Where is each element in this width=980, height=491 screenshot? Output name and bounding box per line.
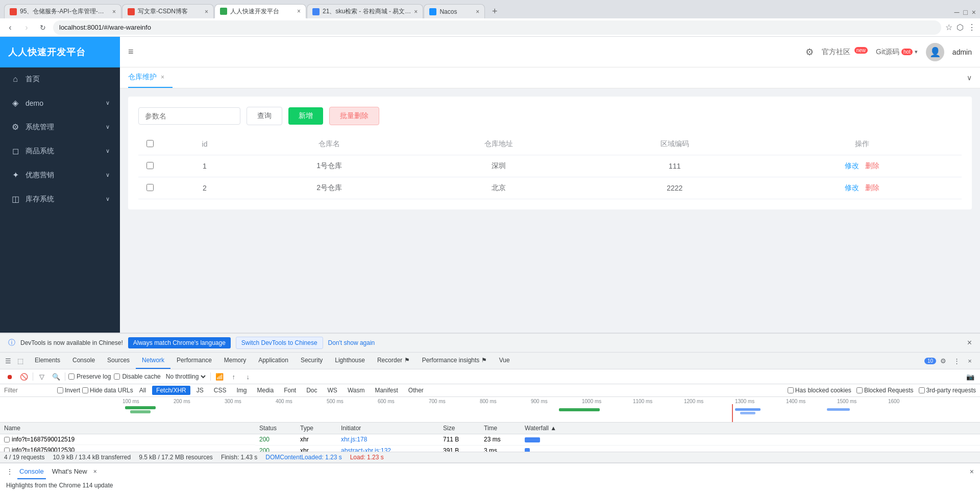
browser-tab-3[interactable]: 人人快速开发平台 × [214, 4, 306, 18]
search-toggle-btn[interactable]: 🔍 [51, 371, 62, 382]
record-btn[interactable]: ⏺ [4, 371, 15, 382]
tab-sources[interactable]: Sources [101, 353, 136, 369]
blocked-requests-checkbox[interactable] [856, 387, 863, 393]
browser-tab-5[interactable]: Nacos × [424, 4, 485, 18]
tab-vue[interactable]: Vue [493, 353, 516, 369]
hide-data-checkbox[interactable] [82, 387, 88, 393]
sidebar-item-promotions[interactable]: ✦ 优惠营销 ∨ [0, 163, 120, 187]
console-menu-icon[interactable]: ⋮ [6, 467, 13, 476]
has-blocked-checkbox[interactable] [788, 387, 794, 393]
row1-checkbox[interactable] [146, 162, 154, 169]
sidebar-item-warehouse[interactable]: ◫ 库存系统 ∨ [0, 187, 120, 211]
tab-elements[interactable]: Elements [29, 353, 66, 369]
has-blocked-label[interactable]: Has blocked cookies [788, 387, 851, 394]
tab2-close[interactable]: × [205, 8, 208, 15]
third-party-checkbox[interactable] [919, 387, 925, 393]
row2-checkbox[interactable] [146, 184, 154, 191]
add-btn[interactable]: 新增 [288, 107, 323, 125]
always-match-btn[interactable]: Always match Chrome's language [128, 337, 231, 348]
reload-btn[interactable]: ↻ [37, 21, 49, 34]
devtools-more-icon[interactable]: ⋮ [950, 355, 963, 367]
page-tab-close[interactable]: × [161, 74, 164, 81]
tab-recorder[interactable]: Recorder ⚑ [371, 353, 416, 369]
close-window-btn[interactable]: × [972, 8, 976, 16]
maximize-btn[interactable]: □ [963, 8, 967, 16]
net-row2-checkbox[interactable] [4, 448, 10, 452]
net-row1-initiator[interactable]: xhr.js:178 [337, 434, 439, 446]
net-row1-checkbox[interactable] [4, 437, 10, 442]
browser-tab-1[interactable]: 95、仓储服务-API-仓库管理-影… × [4, 4, 121, 18]
filter-other[interactable]: Other [404, 386, 428, 395]
net-row-2[interactable]: info?t=1687590012530 200 xhr abstract-xh… [0, 445, 980, 452]
sidebar-item-demo[interactable]: ◈ demo ∨ [0, 91, 120, 115]
address-bar[interactable]: localhost:8001/#/ware-wareinfo [53, 20, 941, 35]
whats-new-tab-label[interactable]: What's New [50, 464, 89, 479]
invert-label[interactable]: Invert [57, 387, 80, 394]
select-all-checkbox[interactable] [146, 140, 154, 147]
disable-cache-checkbox[interactable] [114, 373, 120, 380]
browser-tab-2[interactable]: 写文章-CSDN博客 × [122, 4, 214, 18]
screenshot-btn[interactable]: 📷 [965, 371, 976, 382]
filter-js[interactable]: JS [192, 386, 208, 395]
tab-security[interactable]: Security [295, 353, 329, 369]
hide-data-label[interactable]: Hide data URLs [82, 387, 133, 394]
notification-close-btn[interactable]: × [967, 338, 972, 347]
tab-memory[interactable]: Memory [218, 353, 252, 369]
extension-icon[interactable]: ⬡ [957, 22, 964, 32]
sidebar-item-home[interactable]: ⌂ 首页 [0, 67, 120, 91]
wifi-icon-btn[interactable]: 📶 [214, 371, 225, 382]
back-btn[interactable]: ‹ [4, 21, 16, 34]
tab-performance[interactable]: Performance [170, 353, 218, 369]
row2-edit-btn[interactable]: 修改 [845, 183, 859, 193]
filter-media[interactable]: Media [253, 386, 278, 395]
batch-delete-btn[interactable]: 批量删除 [329, 107, 379, 125]
tabs-collapse-btn[interactable]: ∨ [967, 74, 972, 82]
new-tab-btn[interactable]: + [487, 4, 502, 18]
tab-console[interactable]: Console [66, 353, 101, 369]
row1-edit-btn[interactable]: 修改 [845, 161, 859, 171]
filter-css[interactable]: CSS [210, 386, 231, 395]
load-link[interactable]: Load: 1.23 s [350, 454, 384, 461]
preserve-log-label[interactable]: Preserve log [68, 373, 111, 380]
net-row2-initiator[interactable]: abstract-xhr.js:132 [337, 445, 439, 452]
switch-to-chinese-btn[interactable]: Switch DevTools to Chinese [236, 337, 323, 349]
invert-checkbox[interactable] [57, 387, 63, 393]
import-btn[interactable]: ↑ [228, 371, 239, 382]
filter-img[interactable]: Img [232, 386, 251, 395]
devtools-sidebar-icon[interactable]: ☰ [2, 355, 14, 367]
sidebar-item-system[interactable]: ⚙ 系统管理 ∨ [0, 115, 120, 139]
browser-menu-icon[interactable]: ⋮ [968, 22, 976, 32]
row2-delete-btn[interactable]: 删除 [865, 183, 879, 193]
row1-delete-btn[interactable]: 删除 [865, 161, 879, 171]
tab5-close[interactable]: × [476, 8, 479, 15]
gear-icon[interactable]: ⚙ [805, 47, 814, 57]
search-input[interactable] [138, 107, 240, 125]
devtools-settings-icon[interactable]: ⚙ [937, 355, 949, 367]
filter-toggle-btn[interactable]: ▽ [36, 371, 47, 382]
browser-tab-4[interactable]: 21、sku检索 - 谷粒商城 - 易文… × [307, 4, 423, 18]
devtools-close-icon[interactable]: × [964, 355, 976, 367]
clear-btn[interactable]: 🚫 [18, 371, 30, 382]
console-tab-label[interactable]: Console [17, 464, 46, 479]
disable-cache-label[interactable]: Disable cache [114, 373, 160, 380]
throttle-select[interactable]: No throttling [164, 372, 207, 381]
devtools-inspect-icon[interactable]: ⬚ [14, 355, 27, 367]
sidebar-item-products[interactable]: ◻ 商品系统 ∨ [0, 139, 120, 163]
filter-ws[interactable]: WS [324, 386, 341, 395]
tab-performance-insights[interactable]: Performance insights ⚑ [416, 353, 493, 369]
hamburger-btn[interactable]: ≡ [128, 46, 134, 57]
filter-manifest[interactable]: Manifest [371, 386, 402, 395]
tab1-close[interactable]: × [112, 8, 116, 15]
filter-wasm[interactable]: Wasm [344, 386, 369, 395]
minimize-btn[interactable]: ─ [954, 8, 959, 16]
third-party-label[interactable]: 3rd-party requests [919, 387, 976, 394]
tab-network[interactable]: Network [136, 353, 170, 369]
tab4-close[interactable]: × [414, 8, 418, 15]
filter-font[interactable]: Font [280, 386, 300, 395]
filter-input[interactable] [4, 387, 55, 394]
tab3-close[interactable]: × [297, 8, 301, 15]
filter-fetch-xhr[interactable]: Fetch/XHR [152, 386, 190, 395]
filter-doc[interactable]: Doc [302, 386, 321, 395]
filter-all[interactable]: All [135, 386, 150, 395]
forward-btn[interactable]: › [20, 21, 33, 34]
